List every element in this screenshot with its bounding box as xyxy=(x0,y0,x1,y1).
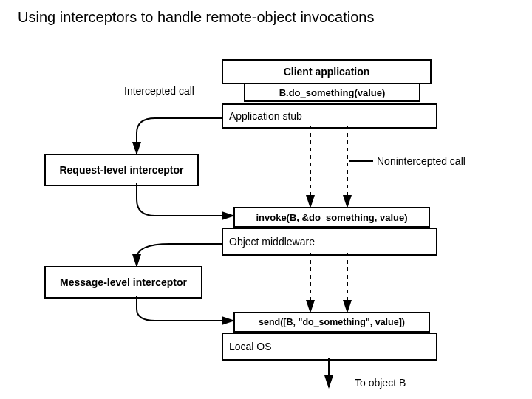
label-nonintercepted-call: Nonintercepted call xyxy=(377,155,466,167)
box-application-stub: Application stub xyxy=(222,103,437,129)
label-to-object-b: To object B xyxy=(355,377,406,389)
box-invoke-signature: invoke(B, &do_something, value) xyxy=(233,207,430,228)
box-object-middleware: Object middleware xyxy=(222,228,437,256)
box-request-level-interceptor: Request-level interceptor xyxy=(44,154,199,186)
box-message-level-interceptor: Message-level interceptor xyxy=(44,266,202,299)
box-send-signature: send([B, "do_something", value]) xyxy=(233,312,430,332)
box-client-application: Client application xyxy=(222,59,432,84)
label-intercepted-call: Intercepted call xyxy=(124,85,194,97)
box-local-os: Local OS xyxy=(222,332,437,361)
diagram-title: Using interceptors to handle remote-obje… xyxy=(18,9,374,26)
box-call-signature: B.do_something(value) xyxy=(244,83,420,102)
